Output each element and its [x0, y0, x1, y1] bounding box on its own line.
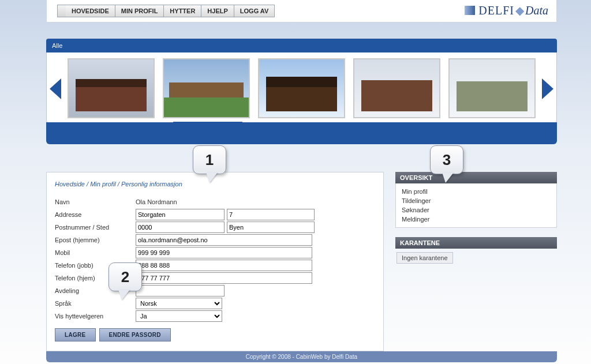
brand-text-b: Data [525, 4, 548, 17]
crumb-min-profil[interactable]: Min profil [90, 181, 116, 187]
input-phone-work[interactable] [136, 260, 312, 271]
input-address-no[interactable] [227, 209, 315, 220]
side-link-soknader[interactable]: Søknader [402, 205, 551, 215]
input-city[interactable] [227, 222, 315, 233]
carousel-prev-icon[interactable] [50, 78, 61, 99]
footer: Copyright © 2008 - CabinWeb by Delfi Dat… [46, 351, 557, 362]
overview-box: OVERSIKT Min profil Tildelinger Søknader… [395, 172, 557, 228]
carousel-item[interactable] [68, 58, 155, 118]
input-zip[interactable] [136, 222, 225, 233]
nav-hjelp[interactable]: HJELP [201, 5, 234, 17]
label-address: Addresse [55, 211, 136, 218]
crumb-hovedside[interactable]: Hovedside [55, 181, 85, 187]
profile-panel: Hovedside / Min profil / Personlig infor… [46, 172, 384, 351]
brand-diamond-icon: ◆ [515, 3, 524, 17]
select-lang[interactable]: Norsk [136, 298, 222, 309]
brand-mark-icon [465, 6, 475, 15]
label-mobile: Mobil [55, 249, 136, 256]
side-column: OVERSIKT Min profil Tildelinger Søknader… [395, 172, 557, 351]
carousel-item[interactable] [448, 58, 536, 118]
quarantine-header: KARANTENE [395, 237, 557, 249]
input-dept[interactable] [136, 285, 225, 297]
nav-hytter[interactable]: HYTTER [164, 5, 201, 17]
overview-header: OVERSIKT [395, 172, 557, 183]
brand-text-a: DELFI [478, 4, 514, 17]
brand-logo: DELFI ◆ Data [465, 3, 548, 17]
carousel-item[interactable] [258, 58, 345, 118]
side-link-meldinger[interactable]: Meldinger [402, 215, 551, 224]
menu-collapse-icon[interactable] [57, 5, 66, 17]
nav-logg-av[interactable]: LOGG AV [234, 5, 275, 17]
carousel-item[interactable] [163, 58, 250, 118]
value-name: Ola Nordmann [136, 198, 177, 205]
crumb-current: Personlig informasjon [121, 181, 182, 187]
nav-min-profil[interactable]: MIN PROFIL [115, 5, 164, 17]
main-menu: HOVEDSIDE MIN PROFIL HYTTER HJELP LOGG A… [57, 5, 275, 17]
carousel-next-icon[interactable] [542, 78, 553, 99]
side-link-tildelinger[interactable]: Tildelinger [402, 196, 551, 205]
change-password-button[interactable]: ENDRE PASSORD [99, 328, 171, 342]
side-link-min-profil[interactable]: Min profil [402, 187, 551, 196]
input-email[interactable] [136, 234, 312, 246]
label-show-picker: Vis hyttevelgeren [55, 313, 136, 320]
quarantine-status: Ingen karantene [397, 252, 453, 264]
select-show-picker[interactable]: Ja [136, 310, 222, 322]
filter-tabs: Alle [46, 39, 557, 52]
callout-1: 1 [193, 145, 226, 174]
callout-2: 2 [109, 262, 142, 291]
carousel-item[interactable] [353, 58, 440, 118]
input-phone-home[interactable] [136, 272, 312, 284]
label-lang: Språk [55, 300, 136, 307]
label-zip-city: Postnummer / Sted [55, 224, 136, 231]
nav-hovedside[interactable]: HOVEDSIDE [66, 5, 115, 17]
label-email: Epost (hjemme) [55, 237, 136, 243]
tab-alle[interactable]: Alle [52, 42, 62, 49]
callout-3: 3 [430, 145, 463, 174]
top-bar: HOVEDSIDE MIN PROFIL HYTTER HJELP LOGG A… [46, 0, 557, 22]
input-address-street[interactable] [136, 209, 225, 220]
carousel-underband [46, 122, 557, 144]
cabin-carousel [46, 52, 557, 125]
quarantine-box: KARANTENE Ingen karantene [395, 237, 557, 264]
save-button[interactable]: LAGRE [55, 328, 96, 342]
label-name: Navn [55, 198, 136, 205]
input-mobile[interactable] [136, 247, 312, 258]
